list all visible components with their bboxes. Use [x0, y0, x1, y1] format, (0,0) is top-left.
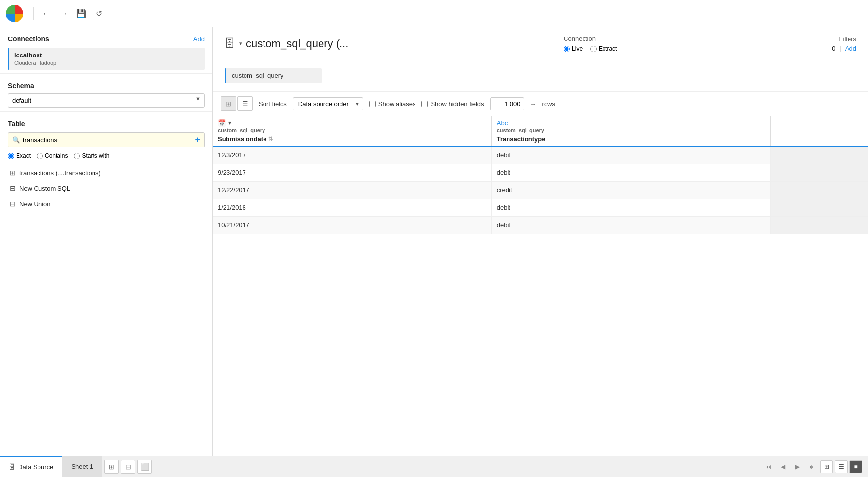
column-header-transactiontype: Abc custom_sql_query Transactiontype [491, 116, 770, 146]
sql-query-box[interactable]: custom_sql_query [225, 68, 322, 83]
table-section: Table 🔍 + Exact Contains Starts with ⊞ [0, 112, 212, 220]
schema-select[interactable]: default [8, 93, 205, 108]
schema-section: Schema default ▼ [0, 74, 212, 112]
live-radio[interactable]: Live [564, 45, 583, 52]
data-source-title-row: 🗄 ▾ custom_sql_query (... [225, 37, 348, 50]
presentation-button[interactable]: ⬜ [137, 460, 152, 474]
data-source-tab-label: Data Source [18, 463, 53, 471]
table-search-input[interactable] [23, 136, 192, 144]
col-sort-submissiondate[interactable]: ⇅ [268, 136, 273, 142]
custom-sql-label: New Custom SQL [19, 185, 70, 192]
table-item-label: transactions (....transactions) [19, 169, 101, 177]
first-page-button[interactable]: ⏮ [762, 460, 774, 473]
view-mode-list-button[interactable]: ☰ [835, 460, 848, 473]
scrollbar-cell-1 [771, 146, 868, 164]
filter-exact[interactable]: Exact [8, 152, 31, 159]
list-view-button[interactable]: ☰ [237, 96, 253, 111]
connection-item-localhost[interactable]: localhost Cloudera Hadoop [8, 48, 205, 70]
data-source-tab-icon: 🗄 [9, 463, 15, 471]
filters-add-button[interactable]: Add [845, 45, 856, 52]
prev-page-button[interactable]: ◀ [776, 460, 789, 473]
column-header-submissiondate: 📅 ▾ custom_sql_query Submissiondate ⇅ [213, 116, 491, 146]
table-row: 10/21/2017 debit [213, 217, 868, 234]
show-aliases-checkbox[interactable]: Show aliases [369, 100, 416, 108]
schema-title: Schema [8, 82, 205, 90]
connection-sub: Cloudera Hadoop [14, 60, 200, 66]
cell-transactiontype-1: debit [491, 146, 770, 164]
table-row: 1/21/2018 debit [213, 199, 868, 217]
search-icon: 🔍 [12, 136, 20, 144]
db-icon: 🗄 [225, 37, 235, 50]
table-body: 12/3/2017 debit 9/23/2017 debit 12/22/20… [213, 146, 868, 234]
connections-header: Connections Add [8, 35, 205, 43]
bottom-right-controls: ⏮ ◀ ▶ ⏭ ⊞ ☰ ■ [762, 456, 868, 477]
filters-area: Filters 0 | Add [832, 36, 856, 52]
filter-starts-with[interactable]: Starts with [74, 152, 109, 159]
cell-submissiondate-2: 9/23/2017 [213, 164, 491, 182]
show-aliases-label: Show aliases [378, 100, 416, 108]
extract-radio[interactable]: Extract [590, 45, 617, 52]
save-button[interactable]: 💾 [75, 7, 88, 20]
bottom-actions: ⊞ ⊟ ⬜ [104, 456, 152, 477]
col-name-transactiontype: Transactiontype [492, 134, 770, 146]
refresh-button[interactable]: ↺ [92, 7, 106, 20]
tab-data-source[interactable]: 🗄 Data Source [0, 456, 62, 477]
filter-contains[interactable]: Contains [37, 152, 68, 159]
col-name-submissiondate: Submissiondate ⇅ [213, 134, 491, 146]
schema-select-wrapper: default ▼ [8, 90, 205, 108]
sheet1-tab-label: Sheet 1 [71, 463, 93, 470]
col-dropdown-icon[interactable]: ▾ [228, 120, 231, 126]
grid-view-button[interactable]: ⊞ [221, 96, 236, 111]
data-header: 🗄 ▾ custom_sql_query (... Connection Liv… [213, 27, 868, 60]
extract-label: Extract [599, 45, 617, 52]
cell-transactiontype-4: debit [491, 199, 770, 217]
nav-back-button[interactable]: ← [39, 7, 53, 20]
cell-transactiontype-3: credit [491, 182, 770, 199]
table-label: Table [8, 120, 205, 128]
db-dropdown-icon[interactable]: ▾ [239, 40, 242, 47]
nav-forward-button[interactable]: → [57, 7, 71, 20]
table-row: 9/23/2017 debit [213, 164, 868, 182]
add-connection-button[interactable]: Add [193, 36, 205, 43]
cell-transactiontype-2: debit [491, 164, 770, 182]
tab-sheet1[interactable]: Sheet 1 [62, 456, 102, 477]
filters-label: Filters [839, 36, 856, 43]
connections-section: Connections Add localhost Cloudera Hadoo… [0, 27, 212, 74]
rows-arrow-icon[interactable]: → [530, 100, 536, 108]
duplicate-sheet-button[interactable]: ⊟ [121, 460, 135, 474]
add-sheet-button[interactable]: ⊞ [104, 460, 119, 474]
table-list-item-new-union[interactable]: ⊟ New Union [8, 196, 205, 212]
show-hidden-checkbox[interactable]: Show hidden fields [421, 100, 484, 108]
last-page-button[interactable]: ⏭ [806, 460, 818, 473]
union-label: New Union [19, 201, 51, 208]
cell-submissiondate-3: 12/22/2017 [213, 182, 491, 199]
sort-select-wrapper: Data source order Alphabetical ▼ [293, 97, 363, 110]
bottom-bar: 🗄 Data Source Sheet 1 ⊞ ⊟ ⬜ ⏮ ◀ ▶ ⏭ ⊞ ☰ … [0, 456, 868, 477]
string-type-icon: Abc [497, 119, 508, 127]
connection-radio-row: Live Extract [564, 45, 617, 52]
col-source-submissiondate: custom_sql_query [213, 128, 491, 134]
col-source-transactiontype: custom_sql_query [492, 128, 770, 134]
table-row: 12/22/2017 credit [213, 182, 868, 199]
table-list-item-new-custom-sql[interactable]: ⊟ New Custom SQL [8, 181, 205, 196]
rows-label: rows [542, 100, 555, 108]
table-search-row: 🔍 + [8, 132, 205, 147]
separator [33, 7, 34, 20]
view-mode-film-button[interactable]: ■ [849, 460, 862, 473]
table-list-item-transactions[interactable]: ⊞ transactions (....transactions) [8, 165, 205, 181]
sort-label: Sort fields [259, 100, 287, 108]
rows-input[interactable]: 1,000 [490, 97, 524, 110]
next-page-button[interactable]: ▶ [791, 460, 804, 473]
sort-select[interactable]: Data source order Alphabetical [293, 97, 363, 110]
add-table-button[interactable]: + [195, 135, 200, 145]
view-mode-grid-button[interactable]: ⊞ [820, 460, 833, 473]
data-toolbar: ⊞ ☰ Sort fields Data source order Alphab… [213, 92, 868, 116]
filters-count-row: 0 | Add [832, 45, 856, 52]
custom-sql-icon: ⊟ [10, 184, 16, 192]
table-header-row: 📅 ▾ custom_sql_query Submissiondate ⇅ [213, 116, 868, 146]
cell-transactiontype-5: debit [491, 217, 770, 234]
app-logo [6, 5, 23, 22]
scrollbar-col [771, 116, 868, 146]
top-bar: ← → 💾 ↺ [0, 0, 868, 27]
data-source-title: custom_sql_query (... [246, 37, 348, 50]
